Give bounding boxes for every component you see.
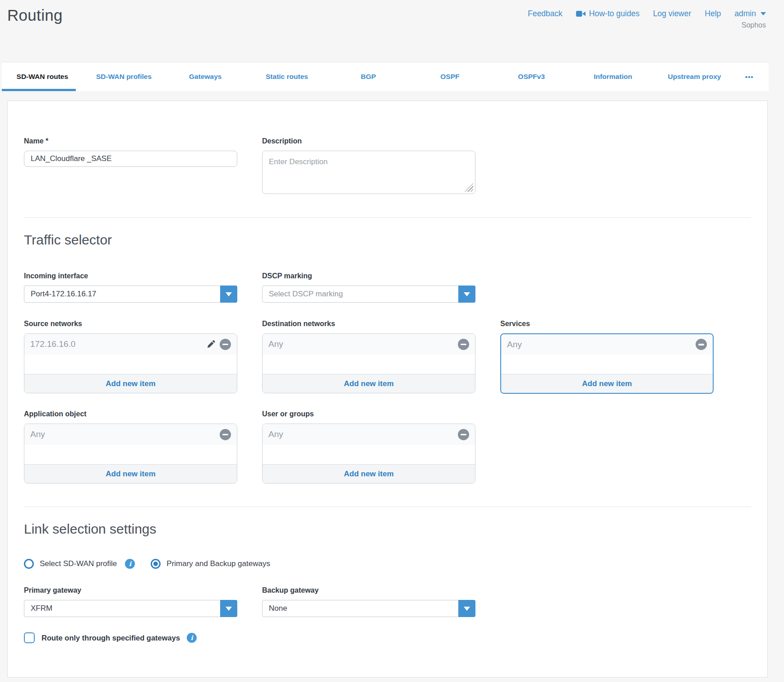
remove-item-icon[interactable] — [458, 339, 469, 350]
link-selection-options: Select SD-WAN profile i Primary and Back… — [24, 559, 751, 569]
chevron-down-icon — [226, 292, 232, 296]
radio-sdwan-profile-label[interactable]: Select SD-WAN profile — [40, 559, 117, 568]
section-divider — [24, 217, 751, 218]
dscp-select[interactable]: Select DSCP marking — [262, 286, 475, 303]
dropdown-arrow-button[interactable] — [220, 286, 237, 303]
name-input[interactable] — [24, 151, 237, 167]
remove-item-icon[interactable] — [696, 339, 707, 350]
tab-overflow-menu[interactable]: ••• — [739, 62, 760, 91]
application-object-group: Application object Any Add new item — [24, 410, 237, 484]
destination-networks-label: Destination networks — [262, 320, 475, 328]
description-field-group: Description — [262, 137, 475, 196]
route-only-row: Route only through specified gateways i — [24, 632, 751, 643]
application-users-row: Application object Any Add new item User… — [24, 410, 751, 484]
howto-guides-link[interactable]: How-to guides — [576, 9, 640, 18]
tab-sdwan-profiles[interactable]: SD-WAN profiles — [87, 62, 161, 91]
radio-unchecked-icon[interactable] — [24, 559, 34, 569]
brand-name: Sophos — [742, 21, 766, 29]
source-networks-label: Source networks — [24, 320, 237, 328]
dropdown-arrow-button[interactable] — [458, 286, 475, 303]
admin-label: admin — [734, 9, 756, 18]
backup-gateway-select[interactable]: None — [262, 600, 475, 617]
log-viewer-link[interactable]: Log viewer — [653, 9, 692, 18]
tab-bgp[interactable]: BGP — [332, 62, 406, 91]
application-object-label: Application object — [24, 410, 237, 418]
destination-networks-group: Destination networks Any Add new item — [262, 320, 475, 394]
tab-bar: SD-WAN routes SD-WAN profiles Gateways S… — [2, 62, 769, 91]
backup-gateway-label: Backup gateway — [262, 586, 475, 594]
feedback-label: Feedback — [528, 9, 563, 18]
radio-primary-backup-label[interactable]: Primary and Backup gateways — [166, 559, 270, 568]
tab-gateways[interactable]: Gateways — [168, 62, 242, 91]
primary-gateway-value: XFRM — [31, 604, 52, 613]
incoming-interface-select[interactable]: Port4-172.16.16.17 — [24, 286, 237, 303]
page-title: Routing — [7, 6, 63, 24]
list-item: Any — [501, 334, 713, 355]
tab-static-routes[interactable]: Static routes — [250, 62, 324, 91]
dropdown-arrow-button[interactable] — [458, 600, 475, 617]
add-new-item-button[interactable]: Add new item — [263, 464, 475, 483]
add-new-item-button[interactable]: Add new item — [501, 374, 713, 393]
add-new-item-button[interactable]: Add new item — [24, 464, 237, 483]
list-item: Any — [263, 424, 475, 445]
route-only-label[interactable]: Route only through specified gateways — [42, 634, 180, 642]
remove-item-icon[interactable] — [458, 429, 469, 440]
radio-sdwan-profile[interactable]: Select SD-WAN profile — [24, 559, 117, 569]
page-header: Routing Feedback How-to guides Log viewe… — [0, 0, 784, 62]
radio-primary-backup[interactable]: Primary and Backup gateways — [151, 559, 270, 569]
add-new-item-button[interactable]: Add new item — [24, 374, 237, 393]
tab-ospfv3[interactable]: OSPFv3 — [494, 62, 568, 91]
primary-gateway-select[interactable]: XFRM — [24, 600, 237, 617]
description-textarea[interactable] — [262, 151, 475, 194]
list-item: Any — [24, 424, 237, 445]
application-object-box: Any Add new item — [24, 424, 237, 484]
application-object-value: Any — [30, 429, 45, 439]
tab-upstream-proxy[interactable]: Upstream proxy — [658, 62, 732, 91]
itembox-spacer — [501, 355, 713, 374]
dropdown-arrow-button[interactable] — [220, 600, 237, 617]
list-item: Any — [263, 334, 475, 355]
log-viewer-label: Log viewer — [653, 9, 692, 18]
add-new-item-button[interactable]: Add new item — [263, 374, 475, 393]
primary-gateway-label: Primary gateway — [24, 586, 237, 594]
remove-item-icon[interactable] — [220, 339, 231, 350]
info-icon[interactable]: i — [187, 633, 197, 643]
itembox-spacer — [263, 445, 475, 464]
radio-checked-icon[interactable] — [151, 559, 161, 569]
backup-gateway-group: Backup gateway None — [262, 586, 475, 617]
howto-guides-label: How-to guides — [589, 9, 640, 18]
link-selection-title: Link selection settings — [24, 521, 751, 538]
name-label: Name * — [24, 137, 237, 145]
edit-pencil-icon[interactable] — [206, 340, 216, 349]
feedback-link[interactable]: Feedback — [528, 9, 563, 18]
tab-ospf[interactable]: OSPF — [413, 62, 487, 91]
name-description-row: Name * Description — [24, 137, 751, 196]
admin-menu[interactable]: admin — [734, 9, 766, 18]
description-label: Description — [262, 137, 475, 145]
route-only-checkbox[interactable] — [24, 632, 35, 643]
remove-item-icon[interactable] — [220, 429, 231, 440]
user-groups-box: Any Add new item — [262, 424, 475, 484]
itembox-spacer — [24, 445, 237, 464]
services-group: Services Any Add new item — [500, 320, 714, 394]
dscp-label: DSCP marking — [262, 272, 475, 280]
info-icon[interactable]: i — [125, 559, 135, 569]
source-networks-box: 172.16.16.0 Add new item — [24, 333, 237, 393]
incoming-interface-label: Incoming interface — [24, 272, 237, 280]
tab-sdwan-routes[interactable]: SD-WAN routes — [5, 62, 79, 91]
chevron-down-icon — [226, 607, 232, 611]
video-camera-icon — [576, 10, 586, 17]
name-field-group: Name * — [24, 137, 237, 196]
source-network-value: 172.16.16.0 — [30, 339, 75, 349]
dscp-placeholder: Select DSCP marking — [269, 290, 343, 299]
sdwan-route-form: Name * Description Traffic selector Inco… — [7, 101, 768, 677]
networks-row: Source networks 172.16.16.0 Add — [24, 320, 751, 394]
itembox-spacer — [263, 355, 475, 374]
help-label: Help — [705, 9, 721, 18]
destination-network-value: Any — [268, 339, 283, 349]
tab-information[interactable]: Information — [576, 62, 650, 91]
help-link[interactable]: Help — [705, 9, 721, 18]
list-item: 172.16.16.0 — [24, 334, 237, 355]
destination-networks-box: Any Add new item — [262, 333, 475, 393]
header-right: Feedback How-to guides Log viewer Help a… — [528, 6, 766, 29]
